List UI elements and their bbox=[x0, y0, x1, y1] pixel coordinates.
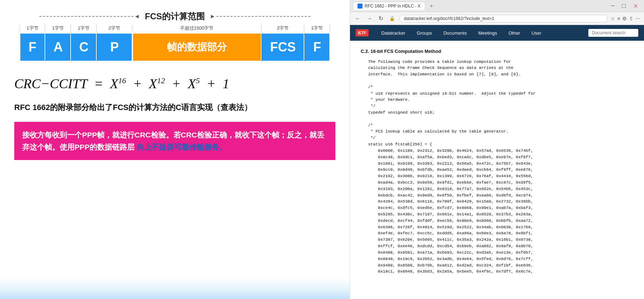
forward-button[interactable]: → bbox=[365, 14, 374, 23]
ietf-logo: IETF bbox=[356, 29, 369, 36]
nav-user[interactable]: User bbox=[529, 29, 543, 37]
highlight-text-blue: 向上不提供可靠传输服务。 bbox=[137, 143, 227, 151]
maximize-button[interactable]: □ bbox=[619, 2, 629, 10]
close-button[interactable]: ✕ bbox=[630, 2, 641, 10]
address-field[interactable]: datatracker.ietf.org/doc/rfc1662/?includ… bbox=[399, 15, 608, 23]
nav-documents[interactable]: Documents bbox=[441, 29, 469, 37]
ietf-navbar: IETF Datatracker Groups Documents Meetin… bbox=[350, 25, 644, 41]
code-content: The following code provides a table look… bbox=[361, 59, 633, 275]
back-button[interactable]: ← bbox=[354, 14, 362, 23]
section-heading: C.2. 16-bit FCS Computation Method bbox=[361, 48, 633, 55]
frame-block-fcs: FCS bbox=[262, 33, 304, 61]
main-content: ◄ FCS的计算范围 ► 1字节 1字节 1字节 2字节 不超过1500字节 2… bbox=[0, 0, 350, 299]
browser-addressbar: ← → ↻ 🔒 datatracker.ietf.org/doc/rfc1662… bbox=[350, 12, 644, 25]
fcs-range-title: FCS的计算范围 bbox=[141, 11, 209, 22]
frame-diagram: ◄ FCS的计算范围 ► 1字节 1字节 1字节 2字节 不超过1500字节 2… bbox=[14, 11, 335, 61]
new-tab-button[interactable]: + bbox=[427, 2, 436, 10]
ietf-search-input[interactable] bbox=[588, 29, 638, 37]
byte-label-f2: 1字节 bbox=[304, 25, 330, 31]
browser-toolbar-icons: ☆ ≡ ⚙ ⇧ ⋯ bbox=[610, 16, 640, 21]
frame-block-data: 帧的数据部分 bbox=[132, 33, 262, 61]
frame-block-f2: F bbox=[304, 33, 330, 61]
waves-bottom bbox=[0, 278, 350, 299]
frame-block-f1: F bbox=[20, 33, 45, 61]
browser-content: C.2. 16-bit FCS Computation Method The f… bbox=[350, 41, 644, 299]
crc-formula: CRC−CCITT = X16 + X12 + X5 + 1 bbox=[14, 76, 335, 91]
nav-datatracker[interactable]: Datatracker bbox=[379, 29, 407, 37]
browser-panel: RFC 1662 - PPP in HDLC - X + − □ ✕ ← → ↻… bbox=[350, 0, 644, 299]
highlight-box: 接收方每收到一个PPP帧，就进行CRC检验。若CRC检验正确，就收下这个帧；反之… bbox=[14, 122, 335, 160]
frame-block-p: P bbox=[97, 33, 132, 61]
more-icon[interactable]: ⋯ bbox=[635, 16, 640, 21]
url-text: datatracker.ietf.org/doc/rfc1662/?includ… bbox=[404, 16, 494, 21]
tab-icon bbox=[358, 4, 362, 9]
nav-meetings[interactable]: Meetings bbox=[476, 29, 499, 37]
byte-label-p: 2字节 bbox=[97, 25, 132, 31]
byte-label-data: 不超过1500字节 bbox=[132, 25, 262, 31]
tab-label: RFC 1662 - PPP in HDLC - X bbox=[365, 4, 421, 9]
browser-tab[interactable]: RFC 1662 - PPP in HDLC - X bbox=[353, 2, 425, 10]
byte-label-f1: 1字节 bbox=[20, 25, 45, 31]
settings-icon[interactable]: ⚙ bbox=[622, 16, 627, 21]
browser-titlebar: RFC 1662 - PPP in HDLC - X + − □ ✕ bbox=[350, 0, 644, 12]
window-controls: − □ ✕ bbox=[608, 2, 641, 10]
nav-groups[interactable]: Groups bbox=[415, 29, 434, 37]
star-icon[interactable]: ☆ bbox=[610, 16, 615, 21]
refresh-button[interactable]: ↻ bbox=[376, 14, 385, 23]
lock-icon: 🔒 bbox=[388, 14, 396, 23]
byte-label-c: 1字节 bbox=[71, 25, 97, 31]
byte-label-fcs: 2字节 bbox=[262, 25, 304, 31]
frame-block-c: C bbox=[71, 33, 97, 61]
frame-block-a: A bbox=[45, 33, 71, 61]
rfc-note: RFC 1662的附录部分给出了FCS的计算方法的C语言实现（查表法） bbox=[14, 102, 335, 113]
menu-icon[interactable]: ≡ bbox=[617, 16, 620, 21]
minimize-button[interactable]: − bbox=[608, 2, 618, 10]
nav-other[interactable]: Other bbox=[506, 29, 522, 37]
byte-label-a: 1字节 bbox=[45, 25, 71, 31]
share-icon[interactable]: ⇧ bbox=[629, 16, 633, 21]
